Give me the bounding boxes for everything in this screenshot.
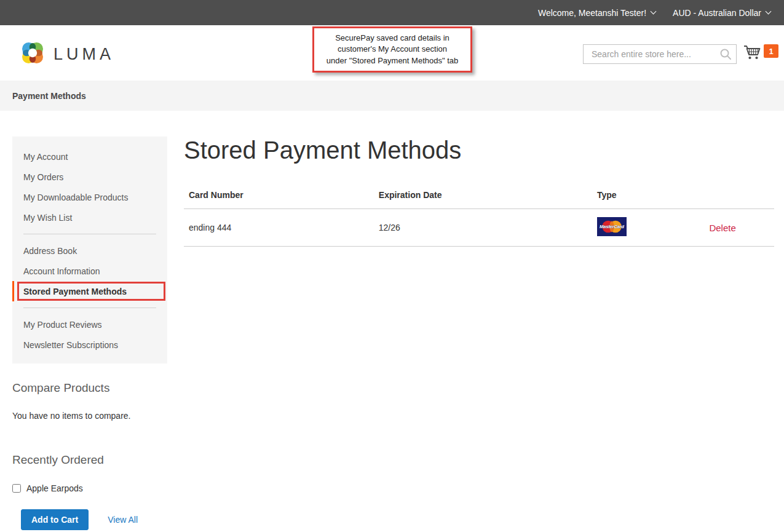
recent-item-label: Apple Earpods (26, 483, 83, 493)
annotation-line: SecurePay saved card details in (318, 33, 467, 44)
annotation-line: customer's My Account section (318, 44, 467, 55)
annotation-callout: SecurePay saved card details in customer… (312, 26, 472, 73)
chevron-down-icon (651, 9, 657, 15)
cart-count-badge: 1 (764, 44, 778, 58)
cell-actions: Delete (709, 209, 774, 247)
recently-ordered-title: Recently Ordered (12, 453, 184, 467)
page-title: Stored Payment Methods (184, 137, 774, 164)
col-header-expiration-date: Expiration Date (379, 190, 597, 209)
sidebar-item-label: My Orders (23, 172, 63, 182)
divider (23, 234, 156, 234)
minicart[interactable]: 1 (743, 43, 778, 64)
welcome-menu[interactable]: Welcome, Meetanshi Tester! (538, 8, 655, 18)
sidebar-item-my-wish-list[interactable]: My Wish List (12, 207, 167, 228)
search-box (583, 44, 737, 64)
mastercard-logo-icon: MasterCard (597, 228, 627, 238)
welcome-text: Welcome, Meetanshi Tester! (538, 8, 646, 18)
col-header-actions (709, 190, 774, 209)
compare-products-title: Compare Products (12, 381, 172, 395)
table-header-row: Card Number Expiration Date Type (184, 190, 774, 209)
sidebar-item-label: My Account (23, 152, 68, 162)
annotation-line: under "Stored Payment Methods" tab (318, 55, 467, 66)
sidebar-item-my-product-reviews[interactable]: My Product Reviews (12, 314, 167, 335)
stored-payments-table: Card Number Expiration Date Type ending … (184, 190, 774, 247)
cell-card-number: ending 444 (184, 209, 379, 247)
recently-ordered-block: Recently Ordered Apple Earpods Add to Ca… (12, 453, 184, 530)
account-nav: My Account My Orders My Downloadable Pro… (12, 137, 167, 363)
sidebar-item-label: Newsletter Subscriptions (23, 340, 118, 350)
page-title-bar: Payment Methods (0, 81, 784, 111)
table-row: ending 444 12/26 MasterCard (184, 209, 774, 247)
sidebar-item-label: My Wish List (23, 213, 72, 223)
main-content: Stored Payment Methods Card Number Expir… (184, 137, 774, 247)
page: Welcome, Meetanshi Tester! AUD - Austral… (0, 0, 784, 532)
sidebar-item-label: Account Information (23, 266, 100, 276)
recent-actions: Add to Cart View All (21, 509, 184, 530)
col-header-type: Type (597, 190, 709, 209)
top-bar: Welcome, Meetanshi Tester! AUD - Austral… (0, 0, 784, 25)
sidebar-item-newsletter-subscriptions[interactable]: Newsletter Subscriptions (12, 335, 167, 355)
add-to-cart-button[interactable]: Add to Cart (21, 509, 89, 530)
delete-link[interactable]: Delete (709, 223, 735, 233)
sidebar-item-my-orders[interactable]: My Orders (12, 167, 167, 187)
search-input[interactable] (583, 44, 737, 64)
sidebar-item-address-book[interactable]: Address Book (12, 240, 167, 261)
cart-icon (743, 43, 761, 64)
compare-products-block: Compare Products You have no items to co… (12, 381, 172, 421)
chevron-down-icon (766, 9, 772, 15)
header: LUMA SecurePay saved card details in cus… (0, 25, 784, 81)
sidebar-item-my-account[interactable]: My Account (12, 146, 167, 167)
search-icon[interactable] (719, 48, 732, 63)
sidebar-item-label: My Product Reviews (23, 320, 102, 330)
cell-card-type: MasterCard (597, 209, 709, 247)
currency-switcher[interactable]: AUD - Australian Dollar (673, 8, 770, 18)
mastercard-wordmark: MasterCard (600, 224, 624, 229)
store-logo[interactable]: LUMA (20, 40, 114, 68)
sidebar-item-label: My Downloadable Products (23, 193, 128, 202)
recent-item-checkbox[interactable] (12, 484, 21, 493)
logo-text: LUMA (53, 45, 114, 64)
sidebar-item-my-downloadable-products[interactable]: My Downloadable Products (12, 187, 167, 207)
sidebar-item-label: Address Book (23, 246, 77, 256)
breadcrumb: Payment Methods (12, 91, 86, 101)
currency-text: AUD - Australian Dollar (673, 8, 761, 18)
cell-expiration-date: 12/26 (379, 209, 597, 247)
sidebar-item-account-information[interactable]: Account Information (12, 261, 167, 281)
view-all-link[interactable]: View All (108, 515, 138, 525)
col-header-card-number: Card Number (184, 190, 379, 209)
luma-logo-icon (20, 40, 46, 68)
compare-empty-text: You have no items to compare. (12, 411, 172, 421)
divider (23, 308, 156, 308)
recently-ordered-item: Apple Earpods (12, 483, 184, 493)
sidebar-item-stored-payment-methods[interactable]: Stored Payment Methods (12, 281, 167, 301)
sidebar-item-label: Stored Payment Methods (23, 287, 127, 296)
